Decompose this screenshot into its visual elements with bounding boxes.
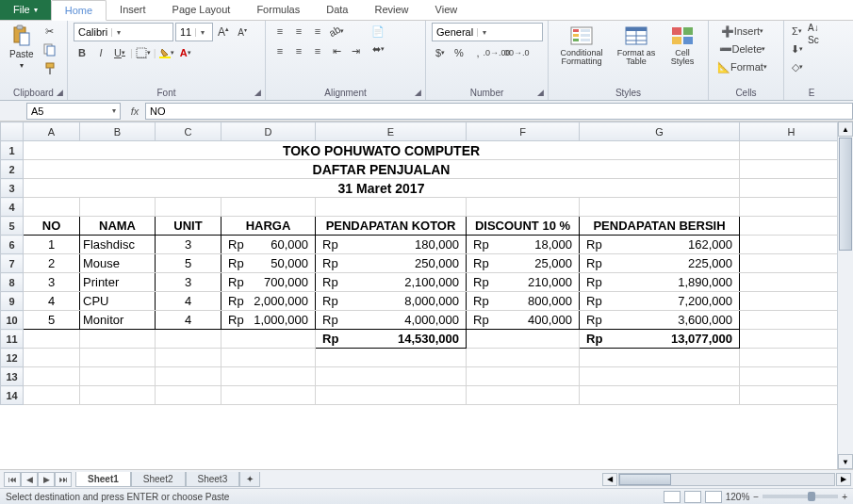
format-cells-button[interactable]: 📐 Format ▾ <box>714 58 770 75</box>
tab-page-layout[interactable]: Page Layout <box>159 0 244 20</box>
align-middle-button[interactable]: ≡ <box>290 23 307 40</box>
row-header-1[interactable]: 1 <box>1 141 24 160</box>
col-header-F[interactable]: F <box>467 122 580 141</box>
row-header-10[interactable]: 10 <box>1 311 24 330</box>
zoom-slider[interactable] <box>763 495 838 498</box>
align-left-button[interactable]: ≡ <box>271 42 288 59</box>
row-header-6[interactable]: 6 <box>1 236 24 254</box>
decrease-decimal-button[interactable]: .00→.0 <box>507 44 524 61</box>
scroll-down-button[interactable]: ▼ <box>838 454 853 469</box>
fill-button[interactable]: ⬇ ▾ <box>790 41 804 57</box>
col-header-C[interactable]: C <box>156 122 221 141</box>
scroll-up-button[interactable]: ▲ <box>838 122 853 137</box>
format-table-button[interactable]: Format as Table <box>613 23 660 68</box>
copy-button[interactable] <box>41 41 58 58</box>
fill-color-button[interactable]: ▾ <box>158 44 175 61</box>
cell-styles-button[interactable]: Cell Styles <box>664 23 701 68</box>
page-layout-view-button[interactable] <box>684 491 701 503</box>
prev-sheet-button[interactable]: ◀ <box>21 472 38 487</box>
borders-button[interactable]: ▾ <box>135 44 152 61</box>
dialog-launcher[interactable]: ◢ <box>412 87 423 98</box>
page-break-view-button[interactable] <box>705 491 722 503</box>
first-sheet-button[interactable]: ⏮ <box>4 472 21 487</box>
clear-button[interactable]: ◇ ▾ <box>790 58 804 75</box>
row-header-13[interactable]: 13 <box>1 367 24 386</box>
zoom-out-button[interactable]: − <box>753 492 759 502</box>
row-header-3[interactable]: 3 <box>1 179 24 198</box>
normal-view-button[interactable] <box>664 491 681 503</box>
col-header-B[interactable]: B <box>80 122 156 141</box>
tab-data[interactable]: Data <box>313 0 361 20</box>
conditional-formatting-button[interactable]: Conditional Formatting <box>554 23 609 68</box>
dialog-launcher[interactable]: ◢ <box>54 87 65 98</box>
cut-button[interactable]: ✂ <box>41 23 58 40</box>
col-header-H[interactable]: H <box>740 122 844 141</box>
merge-center-button[interactable]: ⬌ ▾ <box>368 41 388 57</box>
accounting-button[interactable]: $▾ <box>432 44 449 61</box>
percent-button[interactable]: % <box>451 44 468 61</box>
tab-review[interactable]: Review <box>361 0 421 20</box>
tab-formulas[interactable]: Formulas <box>243 0 313 20</box>
row-header-4[interactable]: 4 <box>1 198 24 217</box>
decrease-indent-button[interactable]: ⇤ <box>328 42 345 59</box>
col-header-D[interactable]: D <box>221 122 316 141</box>
table-row[interactable]: 94CPU4Rp2,000,000Rp8,000,000Rp800,000Rp7… <box>1 292 844 311</box>
align-right-button[interactable]: ≡ <box>309 42 326 59</box>
sheet-tab-sheet1[interactable]: Sheet1 <box>75 472 131 487</box>
delete-cells-button[interactable]: ➖ Delete ▾ <box>714 41 770 57</box>
grow-font-button[interactable]: A▴ <box>215 24 232 41</box>
wrap-text-button[interactable]: 📄 Wrap Text <box>368 23 388 40</box>
file-tab[interactable]: File▾ <box>0 0 51 20</box>
tab-view[interactable]: View <box>422 0 471 20</box>
scroll-thumb[interactable] <box>839 138 852 251</box>
increase-indent-button[interactable]: ⇥ <box>347 42 364 59</box>
align-bottom-button[interactable]: ≡ <box>309 23 326 40</box>
formula-input[interactable]: NO <box>145 103 853 120</box>
col-header-E[interactable]: E <box>316 122 467 141</box>
table-row[interactable]: 83Printer3Rp700,000Rp2,100,000Rp210,000R… <box>1 273 844 292</box>
tab-insert[interactable]: Insert <box>107 0 159 20</box>
name-box[interactable]: A5▾ <box>26 103 121 120</box>
last-sheet-button[interactable]: ⏭ <box>55 472 72 487</box>
insert-cells-button[interactable]: ➕ Insert ▾ <box>714 23 770 40</box>
underline-button[interactable]: U▾ <box>111 44 128 61</box>
scroll-thumb[interactable] <box>619 474 671 485</box>
zoom-level[interactable]: 120% <box>726 492 750 502</box>
select-all[interactable] <box>1 122 24 141</box>
table-row[interactable]: 105Monitor4Rp1,000,000Rp4,000,000Rp400,0… <box>1 311 844 330</box>
col-header-G[interactable]: G <box>580 122 740 141</box>
font-name-combo[interactable]: Calibri▾ <box>74 23 173 41</box>
bold-button[interactable]: B <box>74 44 90 61</box>
fx-button[interactable]: fx <box>124 106 145 117</box>
shrink-font-button[interactable]: A▾ <box>234 24 251 41</box>
italic-button[interactable]: I <box>92 44 109 61</box>
scroll-left-button[interactable]: ◀ <box>602 473 617 486</box>
dialog-launcher[interactable]: ◢ <box>534 87 546 98</box>
row-header-12[interactable]: 12 <box>1 349 24 367</box>
font-color-button[interactable]: A▾ <box>177 44 194 61</box>
align-center-button[interactable]: ≡ <box>290 42 307 59</box>
orientation-button[interactable]: ab▾ <box>328 23 345 40</box>
vertical-scrollbar[interactable]: ▲ ▼ <box>837 122 853 469</box>
format-painter-button[interactable] <box>41 60 58 77</box>
dialog-launcher[interactable]: ◢ <box>252 87 263 98</box>
autosum-button[interactable]: Σ ▾ <box>790 23 804 40</box>
row-header-5[interactable]: 5 <box>1 217 24 236</box>
zoom-in-button[interactable]: + <box>842 492 847 502</box>
number-format-combo[interactable]: General▾ <box>432 23 543 41</box>
row-header-14[interactable]: 14 <box>1 386 24 405</box>
align-top-button[interactable]: ≡ <box>271 23 288 40</box>
next-sheet-button[interactable]: ▶ <box>38 472 55 487</box>
col-header-A[interactable]: A <box>24 122 80 141</box>
paste-button[interactable]: Paste▾ <box>6 23 38 72</box>
table-row[interactable]: 72Mouse5Rp50,000Rp250,000Rp25,000Rp225,0… <box>1 254 844 273</box>
new-sheet-button[interactable]: ✦ <box>239 472 260 487</box>
row-header-8[interactable]: 8 <box>1 273 24 292</box>
row-header-2[interactable]: 2 <box>1 160 24 179</box>
row-header-9[interactable]: 9 <box>1 292 24 311</box>
sort-filter-button[interactable]: A↓Sc <box>808 23 819 45</box>
sheet-tab-sheet2[interactable]: Sheet2 <box>131 472 186 487</box>
font-size-combo[interactable]: 11▾ <box>175 23 213 41</box>
row-header-7[interactable]: 7 <box>1 254 24 273</box>
scroll-right-button[interactable]: ▶ <box>836 473 851 486</box>
